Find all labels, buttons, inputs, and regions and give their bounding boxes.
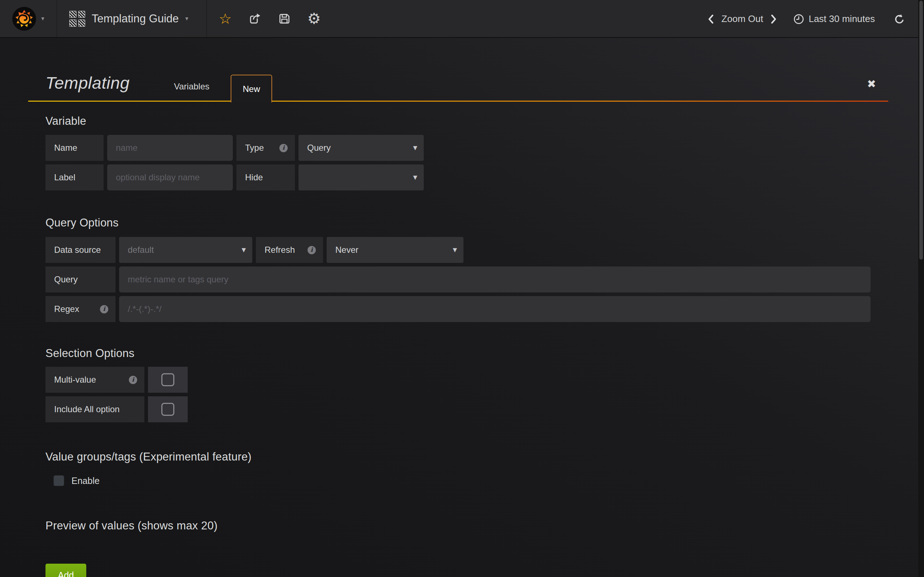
- include-all-checkbox[interactable]: [148, 396, 188, 422]
- chevron-left-icon: [708, 15, 714, 24]
- enable-checkbox[interactable]: [53, 475, 64, 486]
- star-icon: ☆: [219, 11, 232, 26]
- time-forward-button[interactable]: [771, 15, 777, 24]
- checkbox-unchecked: [162, 373, 174, 386]
- regex-label-text: Regex: [54, 304, 79, 314]
- variable-row-2: Label Hide ▼: [45, 164, 424, 190]
- time-controls: Zoom Out Last 30 minutes: [708, 0, 905, 38]
- add-button[interactable]: Add: [45, 564, 86, 577]
- refresh-label: Refresh i: [256, 237, 323, 263]
- tab-new[interactable]: New: [231, 75, 272, 102]
- type-select-value: Query: [307, 143, 331, 153]
- regex-label: Regex i: [45, 296, 115, 322]
- chevron-down-icon: ▾: [185, 16, 188, 22]
- selection-options-heading-wrap: Selection Options: [45, 347, 134, 360]
- chevron-down-icon: ▾: [41, 16, 44, 22]
- settings-button[interactable]: ⚙: [299, 0, 329, 37]
- type-label-text: Type: [245, 143, 264, 153]
- section-heading: Selection Options: [45, 347, 134, 360]
- chevron-down-icon: ▼: [452, 247, 457, 253]
- page-title: Templating: [45, 73, 129, 93]
- grafana-flame-icon: [14, 8, 35, 29]
- datasource-label: Data source: [45, 237, 115, 263]
- save-icon: [278, 12, 291, 25]
- query-options-heading-wrap: Query Options: [45, 216, 118, 229]
- name-input[interactable]: [107, 135, 233, 161]
- share-icon: [248, 12, 261, 25]
- save-button[interactable]: [270, 0, 299, 37]
- query-label: Query: [45, 266, 115, 292]
- enable-row: Enable: [53, 475, 100, 486]
- name-label: Name: [45, 135, 103, 161]
- include-all-label: Include All option: [45, 396, 144, 422]
- info-icon[interactable]: i: [129, 376, 137, 384]
- multi-value-row: Multi-value i: [45, 367, 188, 393]
- dashboard-picker[interactable]: Templating Guide ▾: [57, 0, 207, 37]
- scrollbar-thumb[interactable]: [919, 1, 923, 259]
- top-navbar: ▾ Templating Guide ▾ ☆: [0, 0, 924, 38]
- dashboard-grid-icon: [69, 11, 85, 27]
- query-input[interactable]: [119, 266, 871, 292]
- regex-input[interactable]: [119, 296, 871, 322]
- time-range-picker[interactable]: Last 30 minutes: [793, 13, 875, 24]
- query-options-row-1: Data source default ▼ Refresh i Never ▼: [45, 237, 464, 263]
- share-button[interactable]: [240, 0, 270, 37]
- section-heading: Value groups/tags (Experimental feature): [45, 450, 252, 463]
- favorite-button[interactable]: ☆: [210, 0, 240, 37]
- variable-section-heading-wrap: Variable: [45, 115, 86, 128]
- time-range-label: Last 30 minutes: [809, 13, 875, 24]
- multi-value-label: Multi-value i: [45, 367, 144, 393]
- grafana-app: ▾ Templating Guide ▾ ☆: [0, 0, 924, 577]
- section-heading: Preview of values (shows max 20): [45, 519, 218, 532]
- query-row: Query: [45, 266, 871, 292]
- multi-value-checkbox[interactable]: [148, 367, 188, 393]
- scrollbar-track[interactable]: [918, 0, 924, 577]
- multi-value-label-text: Multi-value: [54, 375, 96, 385]
- zoom-out-button[interactable]: Zoom Out: [722, 13, 763, 24]
- include-all-row: Include All option: [45, 396, 188, 422]
- info-icon[interactable]: i: [100, 305, 108, 313]
- label-input[interactable]: [107, 164, 233, 190]
- refresh-button[interactable]: [894, 13, 905, 25]
- type-select[interactable]: Query ▼: [299, 135, 424, 161]
- chevron-down-icon: ▼: [413, 174, 417, 181]
- value-groups-heading-wrap: Value groups/tags (Experimental feature): [45, 450, 252, 463]
- regex-row: Regex i: [45, 296, 871, 322]
- refresh-label-text: Refresh: [265, 245, 295, 255]
- checkbox-unchecked: [162, 403, 174, 416]
- gear-icon: ⚙: [307, 11, 321, 26]
- datasource-select[interactable]: default ▼: [119, 237, 252, 263]
- chevron-right-icon: [771, 15, 777, 24]
- type-label: Type i: [236, 135, 295, 161]
- datasource-select-value: default: [128, 245, 154, 255]
- clock-icon: [793, 14, 804, 24]
- chevron-down-icon: ▼: [413, 145, 417, 151]
- dashboard-title: Templating Guide: [92, 12, 179, 25]
- preview-heading-wrap: Preview of values (shows max 20): [45, 519, 218, 532]
- grafana-logo: [12, 7, 36, 31]
- tab-variables[interactable]: Variables: [169, 80, 215, 93]
- section-heading: Variable: [45, 115, 86, 128]
- time-back-button[interactable]: [708, 15, 714, 24]
- hide-select[interactable]: ▼: [299, 164, 424, 190]
- close-icon[interactable]: ✖: [867, 79, 876, 89]
- dashboard-actions: ☆ ⚙: [207, 0, 329, 37]
- label-label: Label: [45, 164, 103, 190]
- refresh-select-value: Never: [335, 245, 359, 255]
- refresh-select[interactable]: Never ▼: [327, 237, 464, 263]
- refresh-icon: [894, 13, 905, 25]
- section-heading: Query Options: [45, 216, 118, 229]
- hide-label: Hide: [236, 164, 295, 190]
- tabs-underline: [28, 101, 888, 102]
- grafana-menu-button[interactable]: ▾: [0, 0, 57, 37]
- variable-row-1: Name Type i Query ▼: [45, 135, 424, 161]
- chevron-down-icon: ▼: [241, 247, 246, 253]
- info-icon[interactable]: i: [279, 144, 288, 152]
- info-icon[interactable]: i: [307, 246, 316, 254]
- enable-label: Enable: [71, 475, 100, 486]
